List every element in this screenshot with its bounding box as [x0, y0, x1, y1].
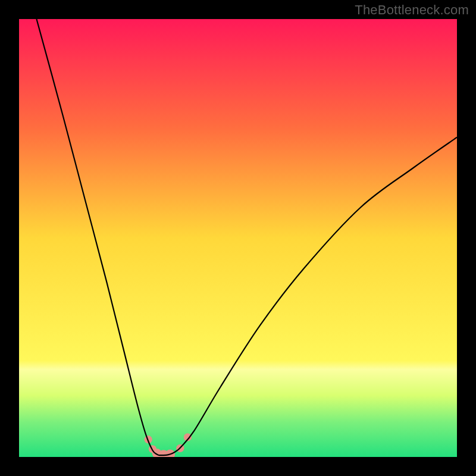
curve-layer — [19, 19, 457, 457]
watermark-text: TheBottleneck.com — [355, 2, 469, 18]
plot-area — [19, 19, 457, 457]
bottleneck-curve — [36, 19, 457, 455]
chart-frame: TheBottleneck.com — [0, 0, 476, 476]
optimal-highlight — [144, 433, 191, 457]
